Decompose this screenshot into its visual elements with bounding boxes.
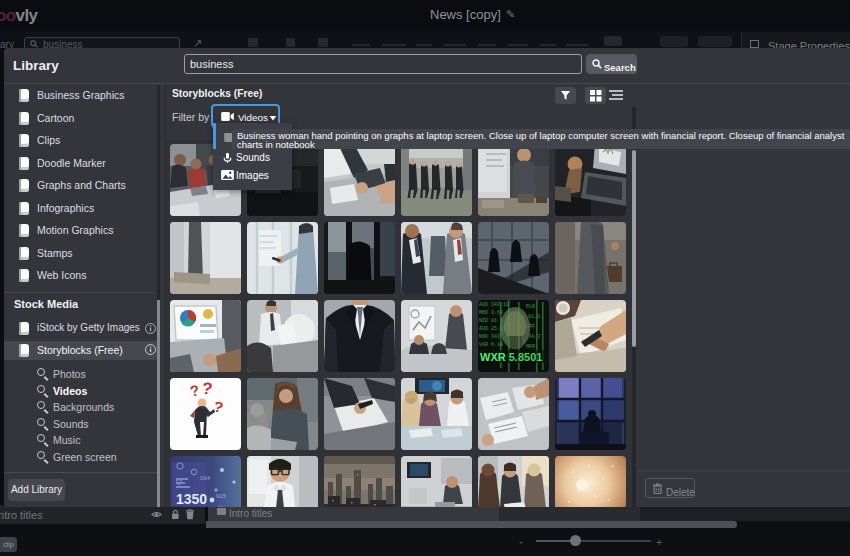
svg-text:1350: 1350	[176, 491, 207, 507]
svg-text:MKR: MKR	[526, 344, 535, 350]
svg-text:WXR 5.8501: WXR 5.8501	[480, 351, 542, 363]
svg-text:915: 915	[216, 493, 227, 499]
svg-text:VAR 6.19: VAR 6.19	[479, 342, 503, 348]
svg-text:LPF: LPF	[526, 324, 535, 330]
svg-text:PLN: PLN	[526, 304, 535, 310]
svg-text:NOK 343: NOK 343	[479, 334, 500, 340]
svg-text:MKD 3.60: MKD 3.60	[479, 310, 503, 316]
svg-text:AUD 25.81: AUD 25.81	[479, 326, 506, 332]
svg-text:NZD 81.3: NZD 81.3	[479, 318, 503, 324]
svg-text:AUD 343.10: AUD 343.10	[479, 302, 509, 308]
svg-text:034: 034	[200, 475, 211, 481]
svg-text:81.0: 81.0	[528, 314, 540, 320]
svg-text:34.3: 34.3	[528, 334, 540, 340]
